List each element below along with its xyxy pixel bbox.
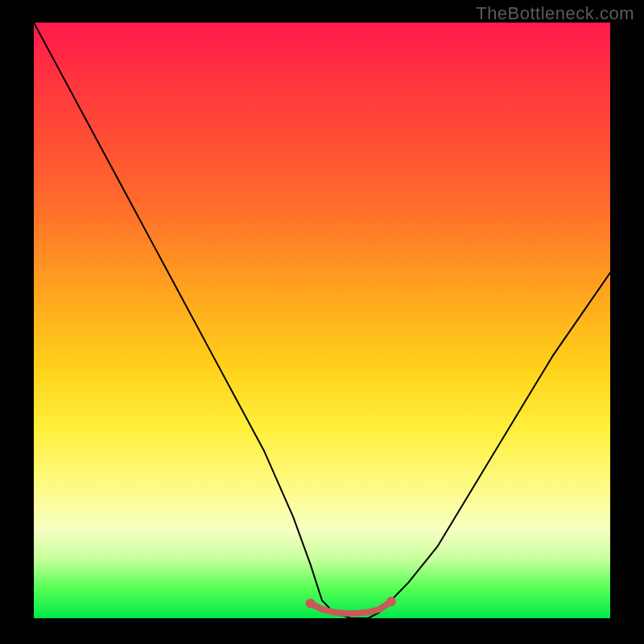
valley-dot-left [306,599,316,609]
valley-marker [311,601,391,613]
plot-area [34,23,610,618]
valley-dot-right [386,597,396,606]
chart-container: TheBottleneck.com [0,0,644,644]
curve-layer [34,23,610,618]
watermark-text: TheBottleneck.com [476,3,634,24]
bottleneck-curve [34,23,610,618]
